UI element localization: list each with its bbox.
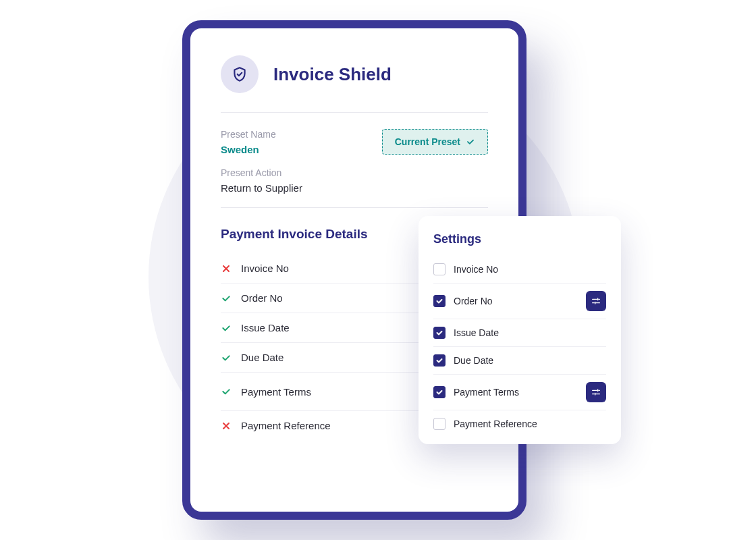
sliders-icon — [591, 296, 601, 306]
card-header: Invoice Shield — [221, 55, 488, 112]
shield-icon-container — [221, 55, 259, 93]
shield-check-icon — [231, 65, 248, 83]
settings-title: Settings — [433, 232, 606, 246]
current-preset-badge[interactable]: Current Preset — [382, 129, 488, 155]
divider — [221, 207, 488, 208]
check-icon — [466, 137, 475, 146]
settings-row: Due Date — [433, 347, 606, 375]
settings-list: Invoice NoOrder NoIssue DateDue DatePaym… — [433, 256, 606, 437]
card-title: Invoice Shield — [273, 64, 392, 85]
filter-button[interactable] — [586, 382, 606, 402]
check-icon — [221, 352, 232, 363]
checkbox[interactable] — [433, 327, 446, 339]
check-icon — [435, 329, 443, 337]
preset-action-label: Present Action — [221, 167, 488, 178]
divider — [221, 112, 488, 113]
settings-label: Due Date — [454, 355, 606, 366]
settings-card: Settings Invoice NoOrder NoIssue DateDue… — [418, 216, 621, 444]
cross-icon — [221, 421, 232, 431]
checkbox[interactable] — [433, 418, 446, 430]
preset-name-label: Preset Name — [221, 129, 276, 140]
check-icon — [221, 323, 232, 333]
preset-action-value: Return to Supplier — [221, 182, 488, 194]
preset-row: Preset Name Sweden Current Preset — [221, 129, 488, 155]
settings-row: Order No — [433, 284, 606, 319]
check-icon — [435, 356, 443, 364]
settings-row: Payment Reference — [433, 410, 606, 437]
settings-label: Payment Reference — [454, 418, 606, 429]
settings-label: Issue Date — [454, 327, 606, 338]
filter-button[interactable] — [586, 291, 606, 311]
checkbox[interactable] — [433, 295, 446, 307]
sliders-icon — [591, 387, 601, 398]
check-icon — [435, 388, 443, 396]
settings-row: Issue Date — [433, 319, 606, 347]
settings-label: Invoice No — [454, 264, 606, 275]
preset-name-value: Sweden — [221, 144, 276, 155]
settings-label: Payment Terms — [454, 387, 578, 398]
checkbox[interactable] — [433, 354, 446, 367]
preset-name-field: Preset Name Sweden — [221, 129, 276, 155]
check-icon — [221, 293, 232, 304]
checkbox[interactable] — [433, 263, 446, 275]
settings-label: Order No — [454, 296, 578, 306]
check-icon — [221, 386, 232, 397]
settings-row: Payment Terms — [433, 375, 606, 410]
checkbox[interactable] — [433, 386, 446, 398]
cross-icon — [221, 263, 232, 274]
preset-badge-label: Current Preset — [395, 136, 460, 147]
preset-action-field: Present Action Return to Supplier — [221, 167, 488, 194]
settings-row: Invoice No — [433, 256, 606, 284]
check-icon — [435, 297, 443, 305]
